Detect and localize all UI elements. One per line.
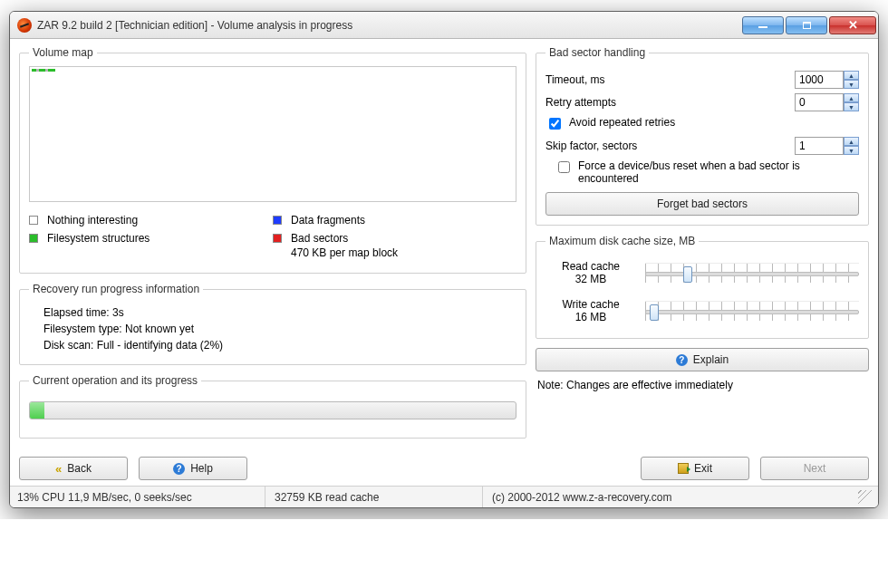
progress-info-legend: Recovery run progress information — [29, 283, 203, 295]
status-copyright: (c) 2000-2012 www.z-a-recovery.com — [483, 487, 681, 507]
read-cache-slider[interactable] — [645, 263, 859, 283]
status-cpu: 13% CPU 11,9 MB/sec, 0 seeks/sec — [12, 487, 265, 507]
back-icon — [55, 462, 62, 476]
close-button[interactable]: ✕ — [829, 16, 876, 34]
retry-label: Retry attempts — [545, 96, 789, 109]
help-icon — [676, 354, 688, 366]
window-title: ZAR 9.2 build 2 [Technician edition] - V… — [37, 19, 740, 32]
volume-map-key: Nothing interesting Filesystem structure… — [29, 209, 516, 264]
current-op-legend: Current operation and its progress — [29, 374, 201, 387]
write-cache-slider[interactable] — [645, 301, 859, 321]
status-cache: 32759 KB read cache — [265, 487, 483, 507]
timeout-label: Timeout, ms — [545, 73, 789, 86]
timeout-input[interactable] — [795, 71, 844, 89]
avoid-retries-checkbox[interactable] — [549, 118, 561, 130]
swatch-nothing-icon — [29, 216, 38, 225]
disk-scan-status: Disk scan: Full - identifying data (2%) — [43, 339, 516, 352]
button-row: Back Help Exit Next — [19, 457, 869, 480]
read-cache-label: Read cache — [545, 260, 636, 273]
exit-icon — [678, 463, 689, 474]
forget-bad-sectors-button[interactable]: Forget bad sectors — [545, 192, 859, 216]
swatch-bad-icon — [273, 234, 282, 243]
timeout-up-button[interactable]: ▲ — [844, 71, 859, 80]
filesystem-type: Filesystem type: Not known yet — [43, 323, 516, 335]
volume-map-group: Volume map Nothing interesting Filesyste… — [19, 46, 526, 274]
volume-map — [29, 66, 516, 202]
progress-bar — [29, 401, 516, 419]
back-button[interactable]: Back — [19, 457, 128, 480]
force-reset-checkbox[interactable] — [558, 161, 570, 173]
exit-button[interactable]: Exit — [641, 457, 749, 480]
resize-grip-icon[interactable] — [858, 490, 873, 505]
retry-up-button[interactable]: ▲ — [844, 93, 859, 102]
help-icon — [173, 463, 185, 475]
read-cache-value: 32 MB — [545, 273, 636, 285]
write-cache-label: Write cache — [545, 298, 636, 311]
cache-group: Maximum disk cache size, MB Read cache 3… — [536, 235, 869, 339]
elapsed-time: Elapsed time: 3s — [43, 306, 516, 319]
force-reset-label[interactable]: Force a device/bus reset when a bad sect… — [578, 159, 814, 185]
status-bar: 13% CPU 11,9 MB/sec, 0 seeks/sec 32759 K… — [10, 486, 878, 507]
write-cache-value: 16 MB — [545, 311, 636, 323]
swatch-frag-icon — [273, 216, 282, 225]
avoid-retries-label[interactable]: Avoid repeated retries — [569, 116, 675, 129]
progress-info-group: Recovery run progress information Elapse… — [19, 283, 526, 365]
timeout-down-button[interactable]: ▼ — [844, 80, 859, 89]
bad-sector-group: Bad sector handling Timeout, ms ▲ ▼ Re — [536, 46, 869, 226]
bad-sector-legend: Bad sector handling — [545, 46, 649, 59]
retry-input[interactable] — [795, 93, 844, 111]
app-icon — [17, 18, 32, 33]
skip-up-button[interactable]: ▲ — [844, 137, 859, 146]
minimize-button[interactable] — [742, 16, 784, 34]
explain-button[interactable]: Explain — [536, 348, 869, 371]
maximize-button[interactable] — [786, 16, 827, 34]
help-button[interactable]: Help — [139, 457, 247, 480]
next-button[interactable]: Next — [760, 457, 869, 480]
titlebar[interactable]: ZAR 9.2 build 2 [Technician edition] - V… — [10, 12, 878, 39]
app-window: ZAR 9.2 build 2 [Technician edition] - V… — [9, 11, 879, 508]
swatch-fs-icon — [29, 234, 38, 243]
skip-down-button[interactable]: ▼ — [844, 146, 859, 155]
changes-note: Note: Changes are effective immediately — [537, 379, 867, 391]
current-op-group: Current operation and its progress — [19, 374, 526, 439]
skip-label: Skip factor, sectors — [545, 140, 789, 152]
window-controls: ✕ — [740, 16, 876, 34]
skip-input[interactable] — [795, 137, 844, 155]
volume-map-legend: Volume map — [29, 46, 97, 59]
retry-down-button[interactable]: ▼ — [844, 102, 859, 111]
cache-legend: Maximum disk cache size, MB — [545, 235, 699, 247]
